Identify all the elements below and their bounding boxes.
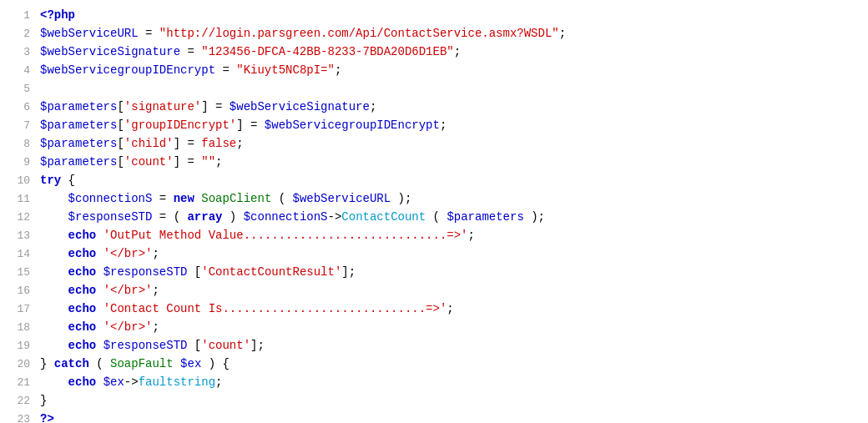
line-num-19: 19: [7, 338, 30, 355]
line-num-5: 5: [7, 81, 30, 98]
line-content-21: echo $ex->faultstring;: [40, 374, 222, 391]
line-num-17: 17: [7, 301, 30, 318]
code-line-12: 12 $responseSTD = ( array ) $connectionS…: [0, 209, 868, 227]
code-line-21: 21 echo $ex->faultstring;: [0, 374, 868, 392]
code-line-8: 8 $parameters['child'] = false;: [0, 135, 868, 154]
code-line-5: 5: [0, 80, 868, 98]
code-line-11: 11 $connectionS = new SoapClient ( $webS…: [0, 190, 868, 209]
code-container: 1 <?php 2 $webServiceURL = "http://login…: [0, 0, 868, 423]
code-line-17: 17 echo 'Contact Count Is...............…: [0, 300, 868, 319]
line-content-15: echo $responseSTD ['ContactCountResult']…: [40, 264, 356, 281]
line-num-15: 15: [7, 264, 30, 281]
line-num-21: 21: [7, 375, 30, 391]
line-content-16: echo '</br>';: [40, 282, 159, 300]
line-content-14: echo '</br>';: [40, 245, 159, 263]
code-line-13: 13 echo 'OutPut Method Value............…: [0, 227, 868, 245]
line-content-17: echo 'Contact Count Is..................…: [40, 300, 454, 318]
line-content-12: $responseSTD = ( array ) $connectionS->C…: [40, 209, 545, 226]
code-line-10: 10 try {: [0, 172, 868, 190]
code-line-23: 23 ?>: [0, 410, 868, 423]
code-line-4: 4 $webServicegroupIDEncrypt = "Kiuyt5NC8…: [0, 62, 868, 80]
code-line-15: 15 echo $responseSTD ['ContactCountResul…: [0, 264, 868, 282]
code-line-1: 1 <?php: [0, 7, 868, 25]
line-content-2: $webServiceURL = "http://login.parsgreen…: [40, 25, 566, 43]
line-content-3: $webServiceSignature = "123456-DFCA-42BB…: [40, 43, 461, 61]
line-num-1: 1: [7, 8, 30, 24]
line-num-14: 14: [7, 246, 30, 263]
line-content-5: [40, 80, 47, 98]
line-num-18: 18: [7, 320, 30, 336]
line-num-11: 11: [7, 191, 30, 208]
line-content-6: $parameters['signature'] = $webServiceSi…: [40, 98, 376, 116]
line-num-16: 16: [7, 283, 30, 300]
code-line-22: 22 }: [0, 392, 868, 410]
code-line-7: 7 $parameters['groupIDEncrypt'] = $webSe…: [0, 117, 868, 135]
line-num-6: 6: [7, 99, 30, 116]
line-content-19: echo $responseSTD ['count'];: [40, 337, 265, 355]
code-line-18: 18 echo '</br>';: [0, 319, 868, 337]
code-line-3: 3 $webServiceSignature = "123456-DFCA-42…: [0, 43, 868, 62]
line-num-3: 3: [7, 44, 30, 61]
line-num-10: 10: [7, 173, 30, 189]
line-content-18: echo '</br>';: [40, 319, 159, 336]
code-line-20: 20 } catch ( SoapFault $ex ) {: [0, 355, 868, 374]
line-content-9: $parameters['count'] = "";: [40, 154, 222, 171]
line-num-22: 22: [7, 393, 30, 410]
line-content-11: $connectionS = new SoapClient ( $webServ…: [40, 190, 411, 208]
line-content-22: }: [40, 392, 47, 410]
line-num-7: 7: [7, 118, 30, 134]
line-content-1: <?php: [40, 7, 75, 24]
line-content-20: } catch ( SoapFault $ex ) {: [40, 355, 230, 373]
line-num-23: 23: [7, 411, 30, 423]
line-content-23: ?>: [40, 410, 54, 423]
line-num-4: 4: [7, 63, 30, 79]
line-content-10: try {: [40, 172, 75, 189]
line-content-4: $webServicegroupIDEncrypt = "Kiuyt5NC8pI…: [40, 62, 341, 79]
line-num-8: 8: [7, 136, 30, 153]
code-line-14: 14 echo '</br>';: [0, 245, 868, 264]
code-line-9: 9 $parameters['count'] = "";: [0, 154, 868, 172]
line-num-2: 2: [7, 26, 30, 43]
code-line-2: 2 $webServiceURL = "http://login.parsgre…: [0, 25, 868, 43]
line-num-12: 12: [7, 209, 30, 226]
line-num-13: 13: [7, 228, 30, 244]
line-content-13: echo 'OutPut Method Value...............…: [40, 227, 475, 244]
line-num-20: 20: [7, 356, 30, 373]
code-line-6: 6 $parameters['signature'] = $webService…: [0, 98, 868, 117]
code-line-16: 16 echo '</br>';: [0, 282, 868, 300]
line-content-8: $parameters['child'] = false;: [40, 135, 244, 153]
code-line-19: 19 echo $responseSTD ['count'];: [0, 337, 868, 355]
line-content-7: $parameters['groupIDEncrypt'] = $webServ…: [40, 117, 447, 134]
line-num-9: 9: [7, 154, 30, 171]
